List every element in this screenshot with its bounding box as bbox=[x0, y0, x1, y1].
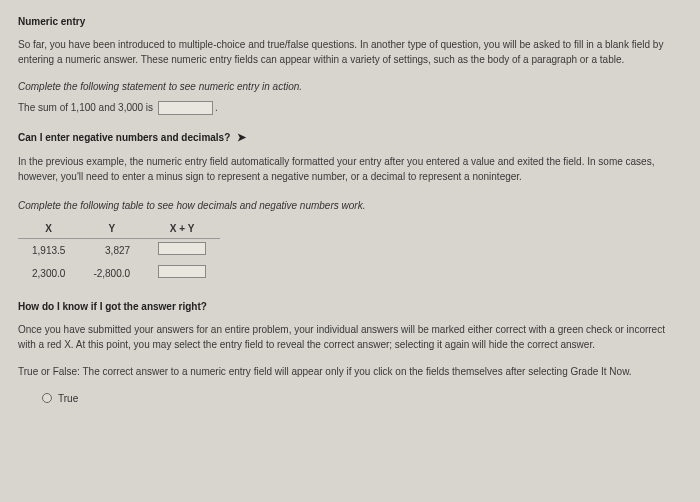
paragraph-3: Once you have submitted your answers for… bbox=[18, 322, 682, 352]
sum-input-row-0[interactable] bbox=[158, 242, 206, 255]
intro-paragraph: So far, you have been introduced to mult… bbox=[18, 37, 682, 67]
instruction-1: Complete the following statement to see … bbox=[18, 79, 682, 94]
radio-icon bbox=[42, 393, 52, 403]
instruction-2: Complete the following table to see how … bbox=[18, 198, 682, 213]
cell-y-1: -2,800.0 bbox=[79, 262, 144, 285]
question-1-text: Can I enter negative numbers and decimal… bbox=[18, 132, 230, 143]
section-title: Numeric entry bbox=[18, 14, 682, 29]
cell-x-0: 1,913.5 bbox=[18, 238, 79, 262]
cell-y-0: 3,827 bbox=[79, 238, 144, 262]
statement-line: The sum of 1,100 and 3,000 is . bbox=[18, 100, 682, 115]
paragraph-2: In the previous example, the numeric ent… bbox=[18, 154, 682, 184]
sum-input-row-1[interactable] bbox=[158, 265, 206, 278]
sum-input[interactable] bbox=[158, 101, 213, 115]
table-row: 2,300.0 -2,800.0 bbox=[18, 262, 220, 285]
true-false-prompt: True or False: The correct answer to a n… bbox=[18, 364, 682, 379]
col-header-sum: X + Y bbox=[144, 219, 220, 239]
col-header-y: Y bbox=[79, 219, 144, 239]
data-table: X Y X + Y 1,913.5 3,827 2,300.0 -2,800.0 bbox=[18, 219, 220, 285]
table-row: 1,913.5 3,827 bbox=[18, 238, 220, 262]
radio-label-true: True bbox=[58, 391, 78, 406]
col-header-x: X bbox=[18, 219, 79, 239]
question-2-heading: How do I know if I got the answer right? bbox=[18, 299, 682, 314]
radio-option-true[interactable]: True bbox=[18, 391, 682, 406]
cursor-icon: ➤ bbox=[237, 129, 246, 146]
question-1-heading: Can I enter negative numbers and decimal… bbox=[18, 129, 682, 146]
statement-prefix: The sum of 1,100 and 3,000 is bbox=[18, 102, 153, 113]
cell-x-1: 2,300.0 bbox=[18, 262, 79, 285]
statement-suffix: . bbox=[215, 102, 218, 113]
